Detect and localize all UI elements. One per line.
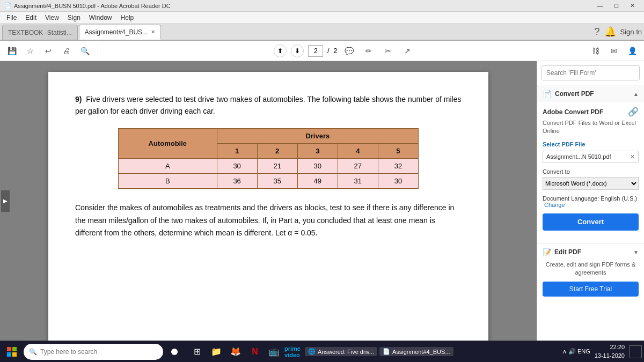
main-area: ▶ 9) Five drivers were selected to test … xyxy=(0,61,644,341)
car-a-d2: 21 xyxy=(257,158,297,173)
menu-edit[interactable]: Edit xyxy=(21,13,41,23)
body-text: Consider the makes of automobiles as tre… xyxy=(75,202,462,240)
svg-rect-1 xyxy=(12,347,17,351)
answered-app-label: Answered: Five driv... xyxy=(318,349,374,355)
start-button[interactable] xyxy=(2,342,21,361)
drivers-header: Drivers xyxy=(217,128,418,143)
menu-sign[interactable]: Sign xyxy=(63,13,85,23)
document-language-value: English (U.S.) xyxy=(601,195,637,202)
automobile-header: Automobile xyxy=(119,128,217,158)
menu-view[interactable]: View xyxy=(41,13,63,23)
save-icon[interactable]: 💾 xyxy=(4,43,19,58)
share-icon[interactable]: ↗ xyxy=(400,43,415,58)
bookmark-icon[interactable]: ☆ xyxy=(23,43,38,58)
taskbar: 🔍 Type here to search ⊞ 📁 🦊 N 📺 prime vi… xyxy=(0,341,644,362)
mail-icon[interactable]: ✉ xyxy=(606,43,621,58)
adobe-convert-title: Adobe Convert PDF xyxy=(543,108,603,116)
edit-pdf-label: Edit PDF xyxy=(554,248,581,256)
file-explorer-icon[interactable]: 📁 xyxy=(207,343,225,361)
select-pdf-link[interactable]: Select PDF File xyxy=(543,141,639,147)
question-body: Five drivers were selected to test drive… xyxy=(75,95,462,115)
menu-bar: File Edit View Sign Window Help xyxy=(0,12,644,24)
firefox-icon[interactable]: 🦊 xyxy=(226,343,245,361)
close-button[interactable]: ✕ xyxy=(625,1,640,11)
markup-icon[interactable]: ✂ xyxy=(380,43,396,58)
scroll-indicator[interactable]: ▶ xyxy=(1,190,10,212)
cortana-button[interactable] xyxy=(165,343,184,361)
prime-icon[interactable]: prime video xyxy=(284,343,303,361)
panel-search-area xyxy=(537,61,644,85)
page-input[interactable] xyxy=(308,45,323,57)
start-free-trial-button[interactable]: Start Free Trial xyxy=(543,282,639,297)
title-bar: 📄 Assignment#4_BUSN 5010.pdf - Adobe Acr… xyxy=(0,0,644,12)
edit-pdf-chevron: ▼ xyxy=(633,249,639,255)
taskbar-browser-app[interactable]: 🌐 Answered: Five driv... xyxy=(305,347,377,356)
convert-pdf-header[interactable]: 📄 Convert PDF ▲ xyxy=(537,85,644,102)
help-icon[interactable]: ? xyxy=(595,26,600,38)
taskbar-acrobat-app[interactable]: 📄 Assignment#4_BUS... xyxy=(379,347,453,356)
document-language: Document Language: English (U.S.) Change xyxy=(543,195,639,208)
tab-textbook[interactable]: TEXTBOOK -Statisti... xyxy=(2,25,78,40)
tab-close-icon[interactable]: ✕ xyxy=(151,29,155,35)
taskview-icon[interactable]: ⊞ xyxy=(188,343,206,361)
active-app-label: Assignment#4_BUS... xyxy=(392,349,450,355)
notification-icon[interactable]: 🔔 xyxy=(604,26,616,38)
taskbar-pinned-apps: ⊞ 📁 🦊 N 📺 prime video xyxy=(188,343,303,361)
person-icon[interactable]: 👤 xyxy=(625,43,640,58)
edit-icon[interactable]: ✏ xyxy=(361,43,376,58)
car-a-label: A xyxy=(119,158,217,173)
tab-assignment[interactable]: Assignment#4_BUS... ✕ xyxy=(79,25,161,40)
convert-pdf-label: Convert PDF xyxy=(555,90,594,98)
menu-window[interactable]: Window xyxy=(85,13,116,23)
twitch-icon[interactable]: 📺 xyxy=(265,343,283,361)
search-placeholder: Type here to search xyxy=(40,348,97,356)
notification-area: ∧ 🔊 ENG xyxy=(562,348,590,355)
right-panel: 📄 Convert PDF ▲ Adobe Convert PDF 🔗 Conv… xyxy=(537,61,644,341)
pdf-viewer[interactable]: ▶ 9) Five drivers were selected to test … xyxy=(0,61,537,341)
page-counter: / 2 xyxy=(308,45,337,57)
app-icon: 📄 xyxy=(4,2,12,9)
sign-in-button[interactable]: Sign In xyxy=(620,28,642,36)
page-navigation: ⬆ ⬇ / 2 💬 ✏ ✂ ↗ xyxy=(104,43,585,58)
edit-pdf-header[interactable]: 📝 Edit PDF ▼ xyxy=(543,248,639,256)
page-separator: / xyxy=(325,47,331,55)
table-row-b: B 36 35 49 31 30 xyxy=(119,173,419,188)
window-title: Assignment#4_BUSN 5010.pdf - Adobe Acrob… xyxy=(14,3,592,9)
remove-file-icon[interactable]: ✕ xyxy=(630,153,635,160)
menu-file[interactable]: File xyxy=(2,13,21,23)
convert-pdf-icon: 📄 xyxy=(543,90,552,98)
adobe-convert-badge: 🔗 xyxy=(628,107,639,117)
show-desktop-button[interactable] xyxy=(629,345,642,358)
menu-help[interactable]: Help xyxy=(116,13,138,23)
chain-icon[interactable]: ⛓ xyxy=(588,43,603,58)
convert-to-select[interactable]: Microsoft Word (*.docx) xyxy=(543,177,639,190)
question-number: 9) xyxy=(75,95,82,104)
convert-pdf-section: 📄 Convert PDF ▲ Adobe Convert PDF 🔗 Conv… xyxy=(537,85,644,244)
maximize-button[interactable]: ◻ xyxy=(609,1,624,11)
change-language-link[interactable]: Change xyxy=(544,202,565,208)
fill-form-search[interactable] xyxy=(541,65,640,80)
print-icon[interactable]: 🖨 xyxy=(59,43,74,58)
car-b-d4: 31 xyxy=(338,173,378,188)
file-name: Assignment...N 5010.pdf xyxy=(546,153,611,160)
convert-button[interactable]: Convert xyxy=(543,213,639,231)
netflix-icon[interactable]: N xyxy=(246,343,264,361)
clock: 22:20 13-11-2020 xyxy=(595,343,625,360)
minimize-button[interactable]: — xyxy=(592,1,608,11)
convert-pdf-header-left: 📄 Convert PDF xyxy=(543,90,594,98)
tab-bar: TEXTBOOK -Statisti... Assignment#4_BUS..… xyxy=(0,24,644,41)
convert-pdf-chevron: ▲ xyxy=(633,91,639,97)
search-toolbar-icon[interactable]: 🔍 xyxy=(77,43,92,58)
edit-pdf-icon: 📝 xyxy=(543,248,551,256)
drivers-table: Automobile Drivers 1 2 3 4 5 xyxy=(118,128,419,189)
comment-icon[interactable]: 💬 xyxy=(342,43,357,58)
download-icon[interactable]: ⬇ xyxy=(291,45,304,57)
search-icon: 🔍 xyxy=(29,348,37,356)
undo-icon[interactable]: ↩ xyxy=(41,43,56,58)
edit-pdf-desc: Create, edit and sign PDF forms & agreem… xyxy=(543,261,639,277)
taskbar-search-bar[interactable]: 🔍 Type here to search xyxy=(24,344,163,360)
upload-icon[interactable]: ⬆ xyxy=(274,45,287,57)
driver-1-header: 1 xyxy=(217,143,257,158)
car-a-d5: 32 xyxy=(378,158,418,173)
svg-rect-3 xyxy=(12,352,17,357)
